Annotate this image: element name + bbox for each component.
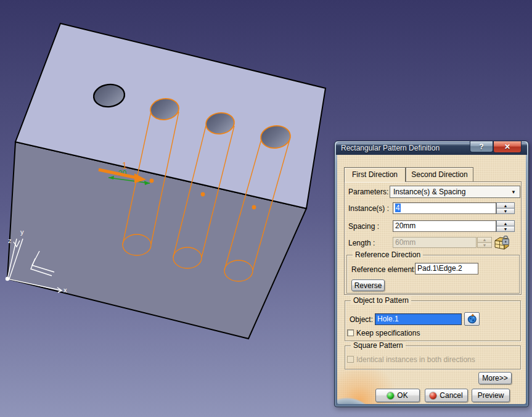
axis-x-label: x: [63, 286, 67, 294]
knowledge-lock-icon[interactable]: [493, 234, 511, 250]
instances-label: Instance(s) :: [348, 204, 389, 213]
ok-button[interactable]: OK: [375, 389, 420, 402]
parameters-dropdown[interactable]: Instance(s) & Spacing ▼: [390, 186, 520, 198]
preview-button-label: Preview: [478, 391, 504, 400]
tab-second-direction[interactable]: Second Direction: [406, 167, 473, 181]
reference-element-input[interactable]: Pad.1\Edge.2: [415, 263, 478, 275]
parameters-label: Parameters:: [348, 188, 388, 196]
length-spinner: ▲ ▼: [477, 237, 492, 248]
help-button[interactable]: ?: [470, 141, 493, 152]
direction-1-label: 1: [122, 160, 127, 170]
reference-direction-group: Reference Direction Reference element: P…: [346, 255, 520, 294]
spin-up-icon[interactable]: ▲: [496, 220, 515, 226]
reference-element-label: Reference element:: [351, 265, 416, 274]
length-input: 60mm: [393, 237, 477, 248]
instances-value: 4: [395, 204, 401, 212]
spin-down-icon[interactable]: ▼: [496, 208, 515, 214]
length-value: 60mm: [395, 238, 415, 247]
object-to-pattern-group-title: Object to Pattern: [351, 296, 411, 305]
select-object-icon: [465, 313, 478, 324]
spin-down-icon[interactable]: ▼: [496, 226, 515, 232]
object-value: Hole.1: [377, 315, 399, 323]
more-button[interactable]: More>>: [478, 372, 512, 384]
chevron-down-icon[interactable]: ▼: [511, 189, 516, 195]
more-button-label: More>>: [482, 374, 507, 382]
reverse-button-label: Reverse: [354, 281, 382, 290]
spin-up-icon[interactable]: ▲: [496, 202, 515, 208]
dialog-title: Rectangular Pattern Definition: [341, 144, 440, 152]
reverse-button[interactable]: Reverse: [351, 279, 385, 291]
close-button[interactable]: ✕: [493, 141, 522, 153]
axis-y-label: y: [20, 228, 24, 236]
spin-up-icon: ▲: [477, 237, 492, 243]
select-object-button[interactable]: [464, 312, 480, 326]
tab-second-direction-label: Second Direction: [411, 170, 467, 179]
spacing-input[interactable]: 20mm: [393, 220, 496, 232]
ok-green-ball-icon: [387, 392, 394, 399]
tab-first-direction[interactable]: First Direction: [344, 167, 406, 182]
reference-element-value: Pad.1\Edge.2: [417, 264, 462, 273]
object-label: Object:: [350, 315, 373, 324]
reference-direction-group-title: Reference Direction: [353, 250, 423, 259]
keep-specifications-label: Keep specifications: [356, 329, 420, 337]
identical-instances-checkbox: [347, 356, 354, 363]
spacing-value: 20mm: [395, 221, 415, 230]
spin-down-icon: ▼: [477, 243, 492, 249]
help-icon: ?: [479, 142, 483, 151]
cancel-button-label: Cancel: [440, 391, 462, 400]
spacing-spinner[interactable]: ▲ ▼: [496, 220, 515, 232]
ok-button-label: OK: [397, 391, 407, 400]
tab-first-direction-label: First Direction: [352, 170, 398, 179]
square-pattern-group: Square Pattern Identical instances in bo…: [345, 345, 521, 370]
first-direction-panel: Parameters: Instance(s) & Spacing ▼ Inst…: [344, 181, 522, 295]
length-label: Length :: [348, 239, 375, 247]
preview-button[interactable]: Preview: [472, 389, 510, 402]
identical-instances-label: Identical instances in both directions: [356, 355, 475, 364]
dialog-body: First Direction Second Direction Paramet…: [337, 155, 526, 404]
rectangular-pattern-dialog: Rectangular Pattern Definition ? ✕ First…: [334, 141, 529, 407]
instances-input[interactable]: 4: [393, 202, 496, 214]
parameters-dropdown-value: Instance(s) & Spacing: [393, 188, 465, 196]
origin-point[interactable]: [6, 277, 9, 281]
axis-z-label: z: [8, 237, 12, 244]
keep-specifications-checkbox[interactable]: [347, 329, 354, 336]
object-to-pattern-group: Object to Pattern Object: Hole.1 Keep sp…: [345, 300, 521, 341]
instances-spinner[interactable]: ▲ ▼: [496, 202, 515, 214]
cancel-button[interactable]: Cancel: [425, 389, 468, 402]
spacing-label: Spacing :: [348, 222, 379, 231]
square-pattern-group-title: Square Pattern: [351, 341, 406, 350]
cancel-red-ball-icon: [430, 392, 436, 399]
object-input[interactable]: Hole.1: [375, 313, 462, 325]
close-icon: ✕: [504, 142, 510, 151]
